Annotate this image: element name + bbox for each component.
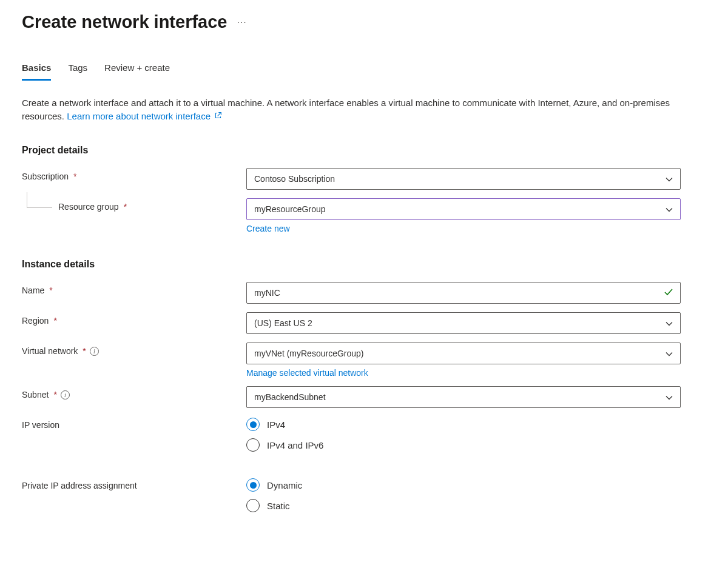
- radio-unselected-icon: [246, 499, 260, 512]
- resource-group-value: myResourceGroup: [254, 204, 326, 214]
- name-label: Name *: [22, 282, 246, 295]
- subscription-value: Contoso Subscription: [254, 174, 335, 184]
- chevron-down-icon: [666, 204, 673, 214]
- ip-version-label: IP version: [22, 416, 246, 430]
- subnet-dropdown[interactable]: myBackendSubnet: [246, 386, 681, 408]
- virtual-network-value: myVNet (myResourceGroup): [254, 349, 364, 358]
- subnet-label: Subnet * i: [22, 386, 246, 399]
- private-ip-dynamic-radio[interactable]: Dynamic: [246, 478, 681, 492]
- region-label: Region *: [22, 312, 246, 326]
- ip-version-ipv4-radio[interactable]: IPv4: [246, 418, 681, 431]
- create-new-resource-group-link[interactable]: Create new: [246, 224, 290, 233]
- ip-version-ipv4and6-radio[interactable]: IPv4 and IPv6: [246, 438, 681, 452]
- project-details-heading: Project details: [22, 145, 706, 156]
- required-asterisk: *: [73, 172, 76, 181]
- ipv4-label: IPv4: [267, 420, 285, 430]
- external-link-icon: [214, 110, 222, 123]
- chevron-down-icon: [666, 318, 673, 328]
- radio-selected-icon: [246, 418, 260, 431]
- subscription-label: Subscription *: [22, 168, 246, 181]
- chevron-down-icon: [666, 349, 673, 358]
- description-text: Create a network interface and attach it…: [22, 96, 677, 123]
- required-asterisk: *: [83, 346, 86, 356]
- tab-tags[interactable]: Tags: [68, 59, 87, 81]
- resource-group-dropdown[interactable]: myResourceGroup: [246, 198, 681, 220]
- virtual-network-label: Virtual network * i: [22, 343, 246, 356]
- manage-virtual-network-link[interactable]: Manage selected virtual network: [246, 368, 368, 378]
- valid-check-icon: [664, 287, 673, 299]
- radio-selected-icon: [246, 478, 260, 492]
- required-asterisk: *: [53, 316, 56, 326]
- dynamic-label: Dynamic: [267, 480, 302, 490]
- subnet-value: myBackendSubnet: [254, 392, 326, 402]
- required-asterisk: *: [124, 202, 127, 212]
- chevron-down-icon: [666, 174, 673, 184]
- virtual-network-dropdown[interactable]: myVNet (myResourceGroup): [246, 343, 681, 364]
- page-title: Create network interface: [22, 12, 227, 32]
- info-icon[interactable]: i: [90, 347, 99, 356]
- chevron-down-icon: [666, 392, 673, 402]
- info-icon[interactable]: i: [61, 390, 70, 399]
- learn-more-label: Learn more about network interface: [67, 111, 211, 121]
- subscription-dropdown[interactable]: Contoso Subscription: [246, 168, 681, 190]
- private-ip-radio-group: Dynamic Static: [246, 477, 681, 512]
- learn-more-link[interactable]: Learn more about network interface: [67, 111, 222, 121]
- tab-basics[interactable]: Basics: [22, 59, 51, 81]
- tab-review-create[interactable]: Review + create: [104, 59, 170, 81]
- region-value: (US) East US 2: [254, 318, 312, 328]
- required-asterisk: *: [49, 286, 52, 295]
- ip-version-radio-group: IPv4 IPv4 and IPv6: [246, 416, 681, 452]
- instance-details-heading: Instance details: [22, 259, 706, 270]
- ipv4and6-label: IPv4 and IPv6: [267, 440, 323, 450]
- name-input[interactable]: [246, 282, 681, 304]
- tabs: Basics Tags Review + create: [22, 59, 706, 81]
- resource-group-label: Resource group *: [22, 198, 246, 212]
- region-dropdown[interactable]: (US) East US 2: [246, 312, 681, 334]
- more-actions-icon[interactable]: ···: [237, 17, 246, 28]
- required-asterisk: *: [53, 390, 56, 399]
- static-label: Static: [267, 501, 290, 511]
- radio-unselected-icon: [246, 438, 260, 452]
- private-ip-label: Private IP address assignment: [22, 477, 246, 490]
- private-ip-static-radio[interactable]: Static: [246, 499, 681, 512]
- tree-connector-icon: [27, 192, 52, 208]
